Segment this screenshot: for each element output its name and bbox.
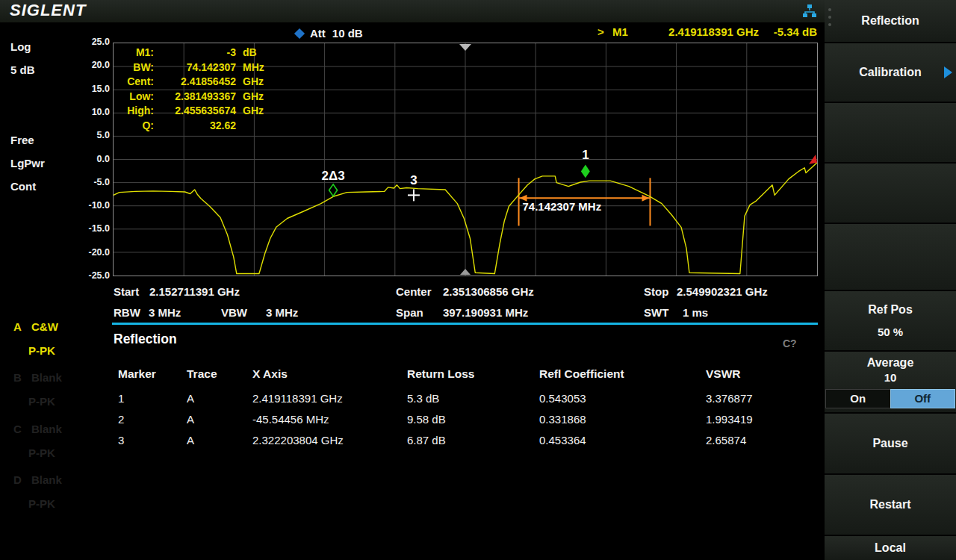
marker-level: -5.34 dB: [759, 25, 817, 42]
menu-button-ref-pos[interactable]: Ref Pos 50 %: [825, 291, 956, 350]
info-box-row: BW:74.142307MHz: [118, 60, 273, 75]
info-value: -3: [154, 46, 236, 60]
network-lan-icon: [801, 3, 818, 19]
trace-id-c: C: [13, 423, 22, 435]
att-label: Att: [310, 27, 326, 40]
top-bar: SIGLENT: [0, 0, 825, 22]
info-value: 32.62: [154, 119, 236, 134]
info-box-row: High:2.455635674GHz: [118, 104, 273, 119]
info-label: High:: [118, 104, 154, 119]
instrument-screen: SIGLENT Att 10 dB > M1 2.419118391 GHz -…: [0, 0, 956, 560]
table-header-cell: X Axis: [252, 367, 407, 392]
trace-detector: P-PK: [28, 344, 55, 357]
trace-detector: P-PK: [28, 395, 55, 408]
info-label: Low:: [118, 90, 154, 105]
info-value: 2.381493367: [154, 90, 236, 105]
menu-button-average[interactable]: Average 10 On Off: [825, 352, 956, 412]
svg-text:74.142307 MHz: 74.142307 MHz: [523, 200, 602, 213]
swt-label: SWT: [644, 306, 668, 319]
marker-diamond-outline: [329, 184, 338, 196]
ref-pos-value: 50 %: [825, 317, 956, 338]
swt-value: 1 ms: [683, 306, 708, 319]
marker-name: M1: [612, 25, 665, 42]
average-off-option[interactable]: Off: [890, 389, 956, 408]
section-divider: [112, 323, 818, 325]
info-unit: [236, 119, 273, 134]
span-value: 397.190931 MHz: [443, 306, 528, 319]
table-cell: A: [187, 413, 252, 434]
trace-mode: C&W: [31, 320, 58, 333]
info-unit: MHz: [236, 60, 273, 75]
menu-label: Reflection: [861, 14, 919, 27]
svg-text:3: 3: [410, 174, 417, 188]
right-menu: Reflection Calibration Ref Pos 50 % Aver…: [825, 0, 956, 560]
scale-per-div-label: 5 dB: [10, 63, 35, 76]
table-cell: 5.3 dB: [407, 392, 539, 413]
span-label: Span: [396, 306, 423, 319]
y-tick-label: -25.0: [89, 270, 111, 281]
info-box-row: M1:-3dB: [118, 46, 273, 60]
center-freq-bottom-indicator: [460, 269, 471, 275]
info-unit: GHz: [236, 90, 273, 105]
menu-button-empty-3[interactable]: [825, 224, 956, 290]
y-tick-label: 10.0: [92, 107, 110, 117]
y-tick-label: 0.0: [97, 154, 110, 164]
trace-id-b: B: [13, 371, 22, 384]
info-label: Q:: [118, 119, 154, 134]
table-cell: 3: [118, 434, 187, 455]
info-label: BW:: [118, 60, 154, 75]
info-box-row: Cent:2.41856452GHz: [118, 75, 273, 90]
y-tick-label: 15.0: [92, 84, 110, 94]
info-box-row: Low:2.381493367GHz: [118, 90, 273, 105]
table-header-cell: Refl Coefficient: [539, 367, 706, 392]
table-cell: A: [187, 392, 252, 413]
submenu-arrow-icon: [944, 66, 952, 78]
marker-diamond-filled: [581, 164, 590, 178]
y-tick-label: -5.0: [93, 177, 110, 187]
table-cell: A: [187, 434, 252, 455]
table-cell: 6.87 dB: [407, 434, 539, 455]
results-table: MarkerTraceX AxisReturn LossRefl Coeffic…: [118, 367, 799, 455]
preamp-label: LgPwr: [10, 157, 45, 169]
info-box-row: Q:32.62: [118, 119, 273, 134]
trigger-label: Free: [10, 134, 34, 146]
menu-button-empty-1[interactable]: [825, 103, 956, 162]
y-tick-label: 5.0: [97, 130, 110, 140]
table-cell: 0.543053: [539, 392, 706, 413]
menu-button-empty-2[interactable]: [825, 164, 956, 223]
info-unit: dB: [236, 46, 273, 60]
average-toggle[interactable]: On Off: [825, 389, 955, 408]
menu-button-local[interactable]: Local: [825, 536, 956, 560]
menu-button-restart[interactable]: Restart: [825, 475, 956, 535]
table-header-cell: VSWR: [706, 367, 792, 392]
menu-label: Local: [875, 541, 906, 554]
average-on-option[interactable]: On: [825, 389, 890, 408]
scale-type-label: Log: [10, 40, 31, 53]
active-marker-indicator: >: [598, 25, 612, 42]
table-cell: 2.322203804 GHz: [252, 434, 407, 455]
stop-value: 2.549902321 GHz: [677, 285, 768, 298]
trace-mode: Blank: [31, 473, 62, 486]
y-tick-label: 20.0: [92, 60, 110, 70]
menu-button-calibration[interactable]: Calibration: [825, 43, 956, 102]
trace-detector: P-PK: [28, 497, 55, 510]
table-header-cell: Marker: [118, 367, 187, 392]
stop-label: Stop: [644, 285, 668, 298]
info-unit: GHz: [236, 75, 273, 90]
bandwidth-info-box: M1:-3dBBW:74.142307MHzCent:2.41856452GHz…: [118, 46, 273, 133]
menu-label: Pause: [872, 437, 907, 449]
menu-label: Restart: [869, 498, 910, 511]
trace-id-a: A: [13, 320, 22, 333]
y-tick-label: -15.0: [89, 223, 111, 234]
info-label: M1:: [118, 46, 154, 60]
y-tick-label: 25.0: [92, 37, 110, 47]
menu-button-reflection[interactable]: Reflection: [825, 0, 956, 42]
vbw-value: 3 MHz: [266, 306, 298, 319]
sweep-mode-label: Cont: [10, 180, 36, 193]
menu-label: Average: [825, 352, 956, 370]
table-cell: 0.453364: [539, 434, 706, 455]
table-cell: 2.419118391 GHz: [252, 392, 407, 413]
marker-freq: 2.419118391 GHz: [665, 25, 759, 42]
menu-dots-icon: [828, 8, 831, 26]
menu-button-pause[interactable]: Pause: [825, 414, 956, 473]
